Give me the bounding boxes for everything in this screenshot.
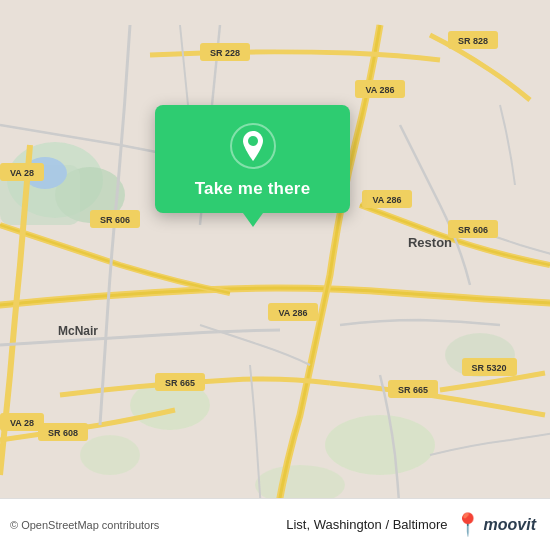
location-pin-icon xyxy=(230,123,276,169)
attribution-text: © OpenStreetMap contributors xyxy=(10,519,159,531)
page-title: List, Washington / Baltimore xyxy=(286,517,447,532)
svg-text:VA 286: VA 286 xyxy=(372,195,401,205)
svg-text:SR 665: SR 665 xyxy=(398,385,428,395)
map-container: SR 228 SR 828 SR 606 VA 286 VA 286 SR 60… xyxy=(0,0,550,550)
svg-text:VA 28: VA 28 xyxy=(10,418,34,428)
moovit-brand-text: moovit xyxy=(484,516,536,534)
moovit-pin-icon: 📍 xyxy=(454,514,481,536)
svg-text:SR 606: SR 606 xyxy=(458,225,488,235)
svg-text:McNair: McNair xyxy=(58,324,98,338)
svg-text:VA 286: VA 286 xyxy=(365,85,394,95)
svg-text:SR 606: SR 606 xyxy=(100,215,130,225)
svg-text:SR 608: SR 608 xyxy=(48,428,78,438)
map-background: SR 228 SR 828 SR 606 VA 286 VA 286 SR 60… xyxy=(0,0,550,550)
svg-point-6 xyxy=(325,415,435,475)
svg-point-8 xyxy=(80,435,140,475)
svg-text:SR 665: SR 665 xyxy=(165,378,195,388)
svg-text:SR 5320: SR 5320 xyxy=(471,363,506,373)
popup-label: Take me there xyxy=(195,179,311,199)
svg-text:SR 828: SR 828 xyxy=(458,36,488,46)
svg-text:Reston: Reston xyxy=(408,235,452,250)
svg-point-39 xyxy=(248,136,258,146)
moovit-logo: 📍 moovit xyxy=(454,514,536,536)
bottom-right-section: List, Washington / Baltimore 📍 moovit xyxy=(286,514,536,536)
bottom-bar: © OpenStreetMap contributors List, Washi… xyxy=(0,498,550,550)
popup-card[interactable]: Take me there xyxy=(155,105,350,213)
svg-text:VA 28: VA 28 xyxy=(10,168,34,178)
svg-text:SR 228: SR 228 xyxy=(210,48,240,58)
svg-text:VA 286: VA 286 xyxy=(278,308,307,318)
